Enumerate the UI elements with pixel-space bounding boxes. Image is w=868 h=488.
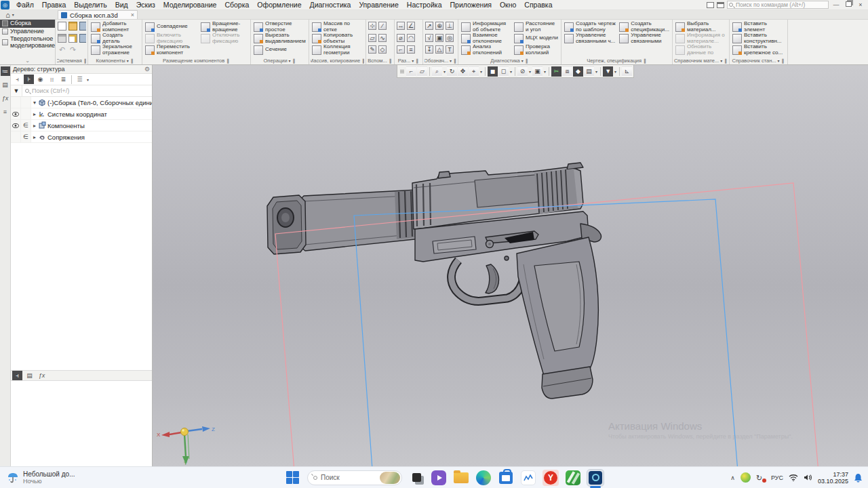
tree-mode-composition-icon[interactable]: ⊦ [24, 75, 34, 84]
text-tool-icon[interactable]: T [446, 45, 454, 54]
tree-display-options-icon[interactable]: ☰ [75, 75, 85, 84]
wireframe-display-icon[interactable]: ◻ [498, 66, 509, 77]
insert-constructive-button[interactable]: Вставить конструктивн... [731, 33, 786, 44]
dim-radius-icon[interactable]: ⌀ [397, 34, 405, 42]
green-app-button[interactable] [565, 470, 581, 486]
close-button[interactable]: × [856, 1, 865, 8]
scene-settings-icon[interactable]: ▤ [584, 66, 594, 77]
filter-funnel-icon[interactable]: ▼ [11, 85, 22, 96]
note-mark-icon[interactable]: ⊕ [435, 22, 443, 30]
section-view-icon[interactable]: ✂ [551, 66, 561, 77]
simple-hole-button[interactable]: Отверстие простое [252, 21, 307, 33]
section-button[interactable]: Сечение [252, 44, 307, 56]
menu-item-diagnostics[interactable]: Диагностика [306, 0, 355, 10]
menu-item-view[interactable]: Вид [111, 0, 132, 10]
tree-display-options-caret-icon[interactable]: ▾ [87, 77, 89, 82]
print-icon[interactable] [58, 34, 66, 43]
menu-item-help[interactable]: Справка [520, 0, 556, 10]
menu-item-management[interactable]: Управление [355, 0, 402, 10]
gear-icon[interactable]: ⚙ [144, 66, 150, 73]
insert-element-button[interactable]: Вставить элемент [731, 21, 786, 33]
mate-coincident-button[interactable]: Совпадение [144, 21, 199, 33]
note-datum-icon[interactable]: ▣ [435, 34, 443, 42]
command-search-input[interactable]: Поиск по командам (Alt+/) [727, 1, 829, 9]
aux-point-icon[interactable]: ⊹ [368, 22, 376, 30]
undo-icon[interactable]: ↶ [58, 45, 66, 54]
restore-button[interactable] [844, 1, 853, 8]
expander-closed-icon[interactable]: ▸ [31, 111, 38, 117]
sketch-plane-icon[interactable]: ▱ [417, 66, 427, 77]
dim-leader-icon[interactable]: ⌐ [397, 45, 405, 54]
create-specification-button[interactable]: Создать спецификаци... [618, 21, 671, 33]
menu-item-select[interactable]: Выделить [70, 0, 111, 10]
geometry-collection-button[interactable]: Коллекция геометрии [311, 44, 364, 56]
filter-caret-icon[interactable]: ▾ [614, 69, 616, 74]
aux-spline-icon[interactable]: ✎ [368, 45, 376, 54]
create-drawing-template-button[interactable]: Создать чертеж по шаблону [563, 21, 618, 33]
manage-linked-drawings-button[interactable]: Управление связанными ч... [563, 33, 618, 44]
open-document-icon[interactable] [68, 22, 77, 30]
aux-plane-icon[interactable]: ▱ [368, 34, 376, 42]
save-icon[interactable] [79, 22, 86, 30]
tab-close-icon[interactable]: × [131, 12, 134, 18]
coordinate-planes-icon[interactable]: ⌐ [406, 66, 416, 77]
tree-row-coordinate-systems[interactable]: ▸ Системы координат [11, 108, 152, 120]
tray-expand-chevron-icon[interactable]: ∧ [730, 474, 735, 481]
menu-item-settings[interactable]: Настройка [403, 0, 446, 10]
dim-angle-icon[interactable]: ∠ [407, 22, 415, 30]
tree-panel-icon[interactable]: ≔ [1, 66, 10, 76]
dim-diameter-icon[interactable]: ◠ [407, 34, 415, 42]
note-base-icon[interactable]: ⊥ [446, 22, 454, 30]
create-part-button[interactable]: Создать деталь [90, 33, 140, 44]
expander-open-icon[interactable]: ▾ [31, 100, 38, 106]
wifi-icon[interactable] [789, 474, 798, 481]
microsoft-store-button[interactable] [498, 470, 514, 486]
edge-browser-button[interactable] [475, 470, 492, 486]
ribbon-tab-solid-modeling[interactable]: Твердотельное моделирование [0, 35, 55, 49]
mass-properties-button[interactable]: МЦХ модели [513, 33, 559, 44]
bottom-tab-parameters-icon[interactable]: ▤ [24, 371, 35, 380]
menu-item-assembly[interactable]: Сборка [220, 0, 253, 10]
tree-relations-icon[interactable]: ◉ [35, 75, 45, 84]
menu-item-file[interactable]: Файл [12, 0, 38, 10]
task-view-button[interactable] [408, 470, 425, 486]
file-explorer-button[interactable] [453, 470, 469, 486]
mirror-component-button[interactable]: Зеркальное отражение ко... [90, 44, 140, 56]
yandex-browser-button[interactable]: Y [542, 470, 559, 486]
parameters-panel-icon[interactable]: ▤ [1, 80, 10, 89]
ribbon-collapse-chevron-icon[interactable]: ⌄ [0, 58, 55, 64]
bottom-tab-variables-icon[interactable]: ƒx [37, 371, 47, 380]
note-arrow-icon[interactable]: ↧ [425, 45, 433, 54]
home-button[interactable]: ⌂▾ [0, 10, 20, 19]
orientation-caret-icon[interactable]: ▾ [480, 69, 482, 74]
aux-curve-icon[interactable]: ∿ [378, 34, 387, 42]
taskbar-clock[interactable]: 17:37 03.10.2025 [818, 471, 848, 485]
language-indicator[interactable]: РУС [771, 474, 783, 481]
menu-item-window[interactable]: Окно [496, 0, 520, 10]
save-as-icon[interactable] [79, 34, 86, 43]
hide-caret-icon[interactable]: ▾ [529, 69, 531, 74]
bottom-tab-tree-icon[interactable]: ⫞ [12, 371, 22, 380]
monitor-app-button[interactable] [520, 470, 536, 486]
layout-toggle-icon[interactable] [707, 2, 714, 8]
rotate-view-icon[interactable]: ↻ [447, 66, 457, 77]
note-rough-icon[interactable]: √ [425, 34, 433, 42]
sync-tray-icon[interactable]: ↻ [756, 473, 766, 483]
insert-fastener-button[interactable]: Вставить крепежное со... [731, 44, 786, 56]
clipchamp-app-button[interactable] [431, 470, 447, 486]
shaded-display-icon[interactable]: ◼ [488, 66, 498, 77]
zoom-icon[interactable]: ⌕ [432, 66, 442, 77]
clip-caret-icon[interactable]: ▾ [544, 69, 546, 74]
pan-view-icon[interactable]: ✥ [458, 66, 468, 77]
aux-contour-icon[interactable]: ◇ [378, 45, 387, 54]
clip-view-icon[interactable]: ▣ [532, 66, 542, 77]
measure-icon[interactable]: ⊾ [622, 66, 632, 77]
ribbon-tab-management[interactable]: Управление [0, 28, 55, 36]
display-caret-icon[interactable]: ▾ [510, 69, 512, 74]
menu-item-layout[interactable]: Оформление [253, 0, 305, 10]
weather-widget[interactable]: Небольшой до... Ночью [0, 470, 81, 485]
collision-check-button[interactable]: Проверка коллизий [513, 44, 559, 56]
orientation-icon[interactable]: ⌖ [469, 66, 479, 77]
layers-panel-icon[interactable]: ≡ [1, 107, 10, 117]
move-component-button[interactable]: Переместить компонент [144, 44, 199, 56]
